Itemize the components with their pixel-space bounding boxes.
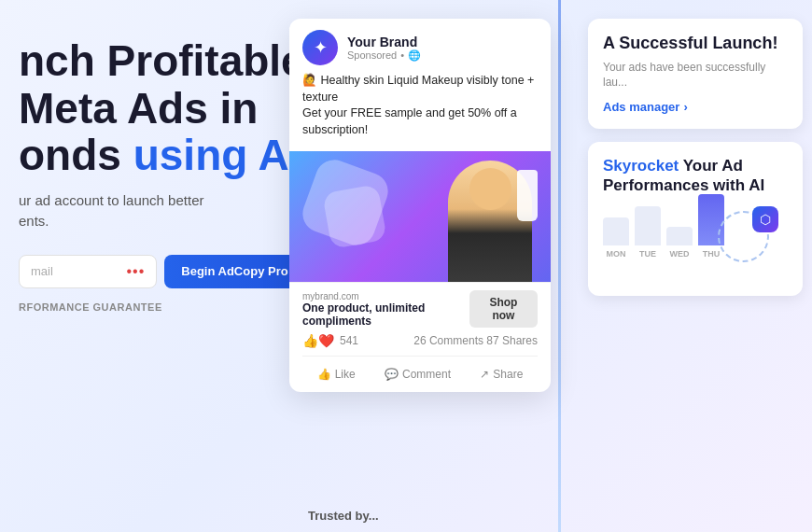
ad-bottle: [517, 170, 538, 221]
right-cards: A Successful Launch! Your ads have been …: [588, 19, 803, 296]
share-label: Share: [493, 368, 523, 381]
ad-card-bottom: mybrand.com One product, unlimited compl…: [289, 282, 551, 392]
share-button[interactable]: ↗ Share: [472, 364, 530, 385]
reaction-emojis: 👍❤️: [302, 333, 334, 348]
skyrocket-blue-word: Skyrocket: [603, 157, 679, 175]
ad-actions: 👍 Like 💬 Comment ↗ Share: [302, 356, 538, 385]
ad-person-face: [469, 168, 511, 210]
brand-row: ✦ Your Brand Sponsored • 🌐: [302, 30, 538, 65]
comment-icon: 💬: [385, 368, 399, 381]
comment-button[interactable]: 💬 Comment: [377, 364, 458, 385]
title-line2: Meta Ads in: [19, 84, 258, 133]
ad-card: ✦ Your Brand Sponsored • 🌐 🙋 Healthy ski…: [289, 19, 551, 392]
ad-url-info: mybrand.com One product, unlimited compl…: [302, 291, 469, 328]
ads-manager-link[interactable]: Ads manager ›: [603, 100, 788, 114]
sponsored-text: Sponsored: [347, 49, 397, 61]
sponsored-row: Sponsored • 🌐: [347, 49, 538, 62]
label-wed: WED: [670, 249, 690, 259]
subtitle-line2: ents.: [19, 213, 49, 229]
brand-logo: ✦: [302, 30, 338, 65]
thumb-icon: 👍: [317, 368, 331, 381]
label-mon: MON: [607, 249, 626, 259]
brand-info: Your Brand Sponsored • 🌐: [347, 35, 538, 62]
page-wrapper: nch Profitable Meta Ads in onds using AI…: [0, 0, 812, 532]
vertical-divider: [558, 0, 561, 532]
dot-sep: •: [400, 49, 404, 61]
subtitle-line1: ur ad account to launch better: [19, 192, 203, 208]
title-ai: using AI: [133, 131, 301, 179]
bar-tue: [635, 206, 661, 245]
bottom-hint: Trusted by...: [308, 509, 379, 523]
bar-wed: [666, 227, 693, 245]
email-placeholder: mail: [31, 264, 120, 278]
ad-url: mybrand.com: [302, 291, 469, 301]
ad-image: [289, 151, 551, 282]
reaction-count: 541: [340, 334, 408, 347]
ad-text: 🙋 Healthy skin Liquid Makeup visibly ton…: [302, 73, 538, 138]
dots-icon: •••: [126, 263, 145, 280]
email-input-container[interactable]: mail •••: [19, 255, 157, 288]
ads-manager-text: Ads manager: [603, 100, 679, 114]
chart-bar-tue: TUE: [635, 206, 661, 259]
ad-product-name: One product, unlimited compliments: [302, 301, 469, 328]
label-tue: TUE: [639, 249, 656, 259]
engagement-stats: 26 Comments 87 Shares: [413, 334, 538, 347]
brand-name: Your Brand: [347, 35, 538, 49]
chart-icon-overlay: ⬡: [752, 206, 778, 232]
success-card: A Successful Launch! Your ads have been …: [588, 19, 803, 129]
chart-bar-wed: WED: [666, 227, 693, 259]
reactions-row: 👍❤️ 541 26 Comments 87 Shares: [302, 333, 538, 348]
comment-label: Comment: [402, 368, 451, 381]
ads-manager-arrow: ›: [683, 100, 687, 114]
chart-container: MON TUE WED THU: [603, 206, 788, 281]
title-line1: nch Profitable: [19, 36, 305, 85]
like-button[interactable]: 👍 Like: [310, 364, 363, 385]
chart-icon: ⬡: [760, 212, 771, 227]
shop-now-button[interactable]: Shop now: [469, 290, 538, 328]
skyrocket-card: Skyrocket Your Ad Performances with AI M…: [588, 142, 803, 296]
chart-bar-mon: MON: [603, 217, 629, 259]
like-label: Like: [335, 368, 356, 381]
label-thu: THU: [703, 249, 721, 259]
success-title: A Successful Launch!: [603, 34, 788, 54]
bar-mon: [603, 217, 629, 245]
ad-url-row: mybrand.com One product, unlimited compl…: [302, 290, 538, 328]
ad-text-cta: Get your FREE sample and get 50% off a s…: [302, 106, 517, 136]
skyrocket-title: Skyrocket Your Ad Performances with AI: [603, 157, 788, 195]
title-line3: onds: [19, 131, 133, 179]
share-icon: ↗: [480, 368, 489, 381]
ad-card-header: ✦ Your Brand Sponsored • 🌐 🙋 Healthy ski…: [289, 19, 551, 151]
globe-icon: 🌐: [408, 49, 421, 62]
ad-text-line1: 🙋 Healthy skin Liquid Makeup visibly ton…: [302, 74, 534, 104]
success-desc: Your ads have been successfully lau...: [603, 60, 788, 91]
ad-shape-2: [322, 184, 387, 249]
